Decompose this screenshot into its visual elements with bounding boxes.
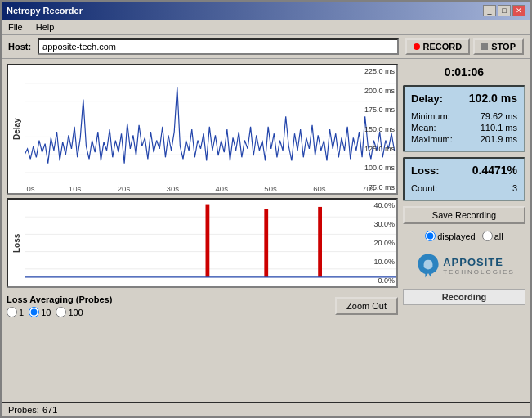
delay-chart-inner: 0s 10s 20s 30s 40s 50s 60s 70s	[25, 65, 396, 193]
radio-all-label[interactable]: all	[482, 231, 503, 241]
radio-100-label[interactable]: 100	[56, 307, 83, 317]
radio-10-input[interactable]	[29, 307, 39, 317]
record-dot-icon	[414, 43, 420, 50]
delay-minimum-row: Minimum: 79.62 ms	[411, 111, 517, 121]
loss-y-30: 30.0%	[357, 220, 395, 228]
status-bar: Probes: 671	[2, 402, 530, 416]
delay-y-175: 175.0 ms	[357, 106, 395, 114]
loss-y-axis: 40.0% 30.0% 20.0% 10.0% 0.0%	[355, 200, 396, 286]
menu-help[interactable]: Help	[33, 21, 58, 33]
recording-badge: Recording	[403, 289, 525, 305]
save-recording-button[interactable]: Save Recording	[403, 206, 525, 224]
probes-value: 671	[42, 405, 57, 415]
delay-max-value: 201.9 ms	[481, 134, 517, 144]
loss-y-20: 20.0%	[357, 239, 395, 247]
maximize-button[interactable]: □	[498, 5, 511, 16]
delay-min-value: 79.62 ms	[481, 111, 517, 121]
bottom-controls: Loss Averaging (Probes) 1 10 100	[7, 291, 398, 321]
radio-displayed-text: displayed	[437, 231, 475, 241]
svg-rect-20	[318, 207, 322, 277]
svg-text:20s: 20s	[118, 186, 131, 193]
close-button[interactable]: ✕	[512, 5, 525, 16]
loss-count-label: Count:	[411, 183, 437, 193]
loss-averaging-section: Loss Averaging (Probes) 1 10 100	[7, 294, 112, 317]
delay-y-axis: 225.0 ms 200.0 ms 175.0 ms 150.0 ms 125.…	[355, 65, 396, 193]
svg-text:40s: 40s	[215, 186, 228, 193]
probes-label: Probes:	[8, 405, 39, 415]
menu-file[interactable]: File	[5, 21, 26, 33]
stop-icon	[481, 43, 488, 50]
delay-y-75: 75.0 ms	[357, 183, 395, 191]
radio-10-label[interactable]: 10	[29, 307, 51, 317]
svg-rect-19	[264, 209, 268, 277]
delay-max-label: Maximum:	[411, 134, 453, 144]
apposite-brand: APPOSITE TECHNOLOGIES	[443, 256, 515, 276]
record-button[interactable]: RECORD	[405, 38, 471, 55]
stop-button-label: STOP	[491, 42, 516, 52]
record-controls: RECORD STOP	[405, 38, 524, 55]
delay-y-100: 100.0 ms	[357, 164, 395, 172]
radio-1-value: 1	[19, 308, 24, 317]
main-window: Netropy Recorder _ □ ✕ File Help Host: R…	[0, 0, 532, 418]
radio-all-text: all	[494, 231, 503, 241]
delay-mean-row: Mean: 110.1 ms	[411, 123, 517, 133]
loss-stats-box: Loss: 0.4471% Count: 3	[403, 157, 525, 201]
radio-100-value: 100	[68, 308, 83, 317]
save-radio-group: displayed all	[403, 229, 525, 243]
loss-y-10: 10.0%	[357, 258, 395, 266]
loss-y-0: 0.0%	[357, 276, 395, 285]
loss-stats-value: 0.4471%	[472, 164, 517, 177]
loss-y-40: 40.0%	[357, 201, 395, 209]
svg-text:60s: 60s	[313, 186, 326, 193]
record-button-label: RECORD	[423, 42, 463, 52]
delay-max-row: Maximum: 201.9 ms	[411, 134, 517, 144]
svg-rect-18	[206, 205, 210, 277]
left-panel: Delay 0s 10s 2	[7, 64, 398, 397]
radio-1-label[interactable]: 1	[7, 307, 24, 317]
host-label: Host:	[8, 42, 31, 52]
host-input[interactable]	[38, 38, 398, 55]
apposite-logo-icon	[414, 251, 443, 281]
loss-count-row: Count: 3	[411, 183, 517, 193]
right-panel: 0:01:06 Delay: 102.0 ms Minimum: 79.62 m…	[403, 64, 525, 397]
svg-text:50s: 50s	[264, 186, 277, 193]
loss-chart-svg	[25, 200, 396, 286]
minimize-button[interactable]: _	[483, 5, 496, 16]
loss-chart-container: Loss	[7, 198, 398, 288]
radio-1-input[interactable]	[7, 307, 17, 317]
delay-y-225: 225.0 ms	[357, 67, 395, 75]
radio-group-probes: 1 10 100	[7, 307, 112, 317]
loss-stats-title: Loss:	[411, 164, 440, 177]
title-bar: Netropy Recorder _ □ ✕	[2, 2, 530, 20]
delay-y-200: 200.0 ms	[357, 87, 395, 95]
delay-chart-svg: 0s 10s 20s 30s 40s 50s 60s 70s	[25, 65, 396, 193]
apposite-sub: TECHNOLOGIES	[443, 268, 515, 276]
radio-100-input[interactable]	[56, 307, 66, 317]
svg-text:10s: 10s	[69, 186, 82, 193]
radio-displayed-input[interactable]	[425, 231, 436, 241]
loss-count-value: 3	[512, 183, 517, 193]
radio-all-input[interactable]	[482, 231, 493, 241]
apposite-logo: APPOSITE TECHNOLOGIES	[403, 248, 525, 284]
loss-chart-inner	[25, 200, 396, 286]
apposite-name: APPOSITE	[443, 256, 515, 268]
menu-bar: File Help	[2, 20, 530, 35]
delay-y-125: 125.0 ms	[357, 145, 395, 153]
host-bar: Host: RECORD STOP	[2, 35, 530, 59]
radio-10-value: 10	[41, 308, 51, 317]
timer-display: 0:01:06	[403, 64, 525, 80]
radio-displayed-label[interactable]: displayed	[425, 231, 475, 241]
delay-stats-title: Delay:	[411, 92, 443, 105]
svg-text:0s: 0s	[26, 186, 35, 193]
delay-stats-box: Delay: 102.0 ms Minimum: 79.62 ms Mean: …	[403, 85, 525, 152]
zoom-out-button[interactable]: Zoom Out	[335, 297, 398, 315]
delay-chart-container: Delay 0s 10s 2	[7, 64, 398, 195]
svg-text:30s: 30s	[167, 186, 180, 193]
delay-y-label: Delay	[8, 65, 25, 193]
window-title: Netropy Recorder	[7, 6, 83, 16]
recording-section: Recording	[403, 289, 525, 305]
loss-y-label: Loss	[8, 200, 25, 286]
delay-y-150: 150.0 ms	[357, 125, 395, 133]
stop-button[interactable]: STOP	[473, 38, 524, 55]
delay-stats-value: 102.0 ms	[469, 92, 517, 105]
